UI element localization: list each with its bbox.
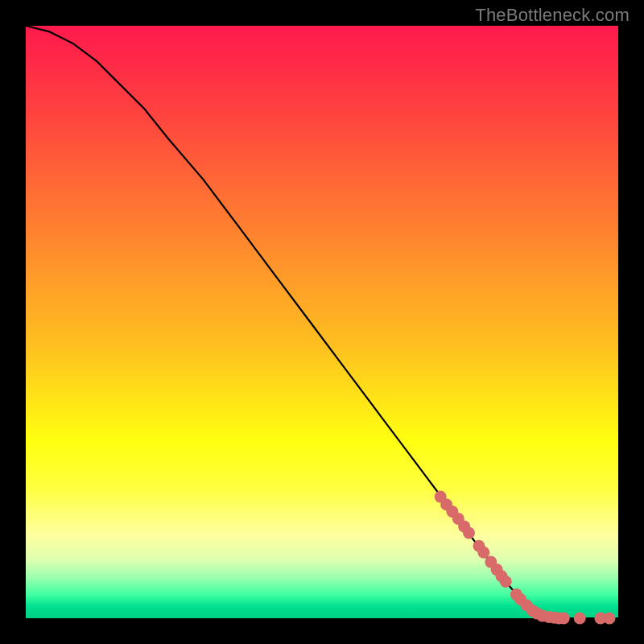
- curve-markers: [435, 491, 616, 625]
- plot-area: [26, 26, 618, 618]
- chart-svg: [26, 26, 618, 618]
- watermark-text: TheBottleneck.com: [475, 5, 630, 26]
- chart-frame: TheBottleneck.com: [0, 0, 644, 644]
- curve-marker: [574, 613, 586, 625]
- curve-marker: [463, 527, 475, 539]
- curve-marker: [558, 613, 570, 625]
- curve-marker: [604, 613, 616, 625]
- curve-line: [26, 26, 618, 618]
- curve-marker: [500, 576, 512, 588]
